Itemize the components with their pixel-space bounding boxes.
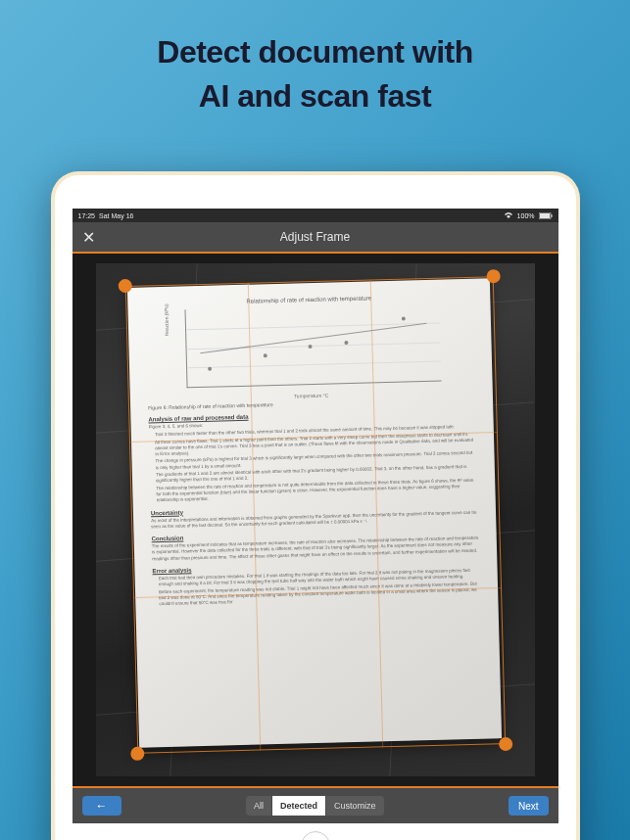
- seg-all[interactable]: All: [246, 796, 272, 816]
- svg-rect-2: [551, 214, 552, 217]
- top-bar: ✕ Adjust Frame: [73, 222, 558, 252]
- promo-line-1: Detect document with: [0, 34, 630, 70]
- doc-chart: Reaction (kPa): [184, 303, 441, 389]
- tablet-home-button: [301, 831, 330, 840]
- crop-handle-bottom-left[interactable]: [130, 747, 144, 761]
- photo-background: Relationship of rate of reaction with te…: [96, 263, 535, 776]
- bottom-bar: ← All Detected Customize Next: [73, 788, 558, 823]
- page-title: Adjust Frame: [280, 230, 350, 244]
- scanned-document: Relationship of rate of reaction with te…: [126, 278, 501, 748]
- doc-chart-ylabel: Reaction (kPa): [163, 303, 170, 336]
- tablet-device-frame: 17:25 Sat May 16 100% ✕ Adjust Frame: [51, 171, 580, 840]
- crop-handle-bottom-right[interactable]: [499, 737, 512, 751]
- close-button[interactable]: ✕: [82, 228, 95, 247]
- crop-viewport: Relationship of rate of reaction with te…: [73, 252, 558, 788]
- detection-mode-segment: All Detected Customize: [246, 796, 384, 816]
- promo-line-2: AI and scan fast: [0, 78, 630, 115]
- status-battery-pct: 100%: [517, 212, 535, 219]
- crop-handle-top-left[interactable]: [118, 279, 131, 293]
- next-button[interactable]: Next: [509, 796, 549, 816]
- app-screen: 17:25 Sat May 16 100% ✕ Adjust Frame: [73, 209, 558, 823]
- status-time: 17:25: [78, 212, 96, 219]
- promo-headline: Detect document with AI and scan fast: [0, 0, 630, 115]
- wifi-icon: [504, 211, 513, 219]
- crop-handle-top-right[interactable]: [486, 269, 500, 283]
- status-date: Sat May 16: [99, 212, 133, 219]
- battery-icon: [539, 212, 553, 219]
- back-button[interactable]: ←: [82, 796, 121, 816]
- seg-customize[interactable]: Customize: [326, 796, 384, 816]
- status-bar: 17:25 Sat May 16 100%: [73, 209, 558, 222]
- svg-rect-1: [540, 213, 550, 218]
- seg-detected[interactable]: Detected: [272, 796, 326, 816]
